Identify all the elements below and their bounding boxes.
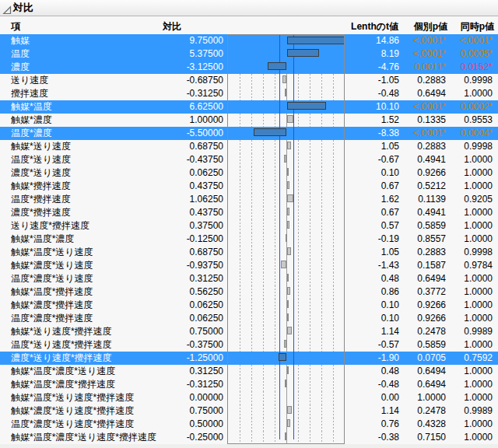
contrast-bar — [287, 37, 345, 44]
p-simultaneous-cell: 1.0000 — [446, 418, 493, 431]
gridline — [321, 378, 322, 391]
table-row[interactable]: 温度*送り速度-0.43750-0.670.49411.0000 — [0, 153, 498, 166]
table-row[interactable]: 送り速度-0.68750-1.050.28830.9998 — [0, 74, 498, 87]
zero-axis-line — [286, 391, 287, 404]
p-simultaneous-cell: 0.9205 — [446, 193, 493, 206]
disclosure-triangle-icon[interactable] — [2, 3, 12, 12]
p-simultaneous-cell: 1.0000 — [446, 285, 493, 299]
table-row[interactable]: 触媒*送り速度0.687501.050.28830.9998 — [0, 140, 498, 153]
table-row[interactable]: 濃度*攪拌速度0.437500.670.49411.0000 — [0, 206, 498, 219]
table-row[interactable]: 触媒*送り速度*攪拌速度0.750001.140.24780.9989 — [0, 325, 498, 338]
p-simultaneous-cell: 0.7592 — [446, 352, 493, 365]
lenth-reference-line — [293, 325, 294, 338]
p-individual-cell: 0.0011* — [399, 61, 446, 74]
gridline — [275, 180, 275, 193]
table-row[interactable]: 触媒*濃度*送り速度-0.93750-1.430.15870.9784 — [0, 259, 498, 272]
zero-axis-line — [286, 87, 287, 100]
table-row[interactable]: 温度*送り速度*攪拌速度-0.37500-0.570.58591.0000 — [0, 338, 498, 352]
table-row[interactable]: 濃度*送り速度0.062500.100.92661.0000 — [0, 166, 498, 180]
gridline — [333, 285, 334, 299]
gridline — [310, 404, 310, 418]
table-row[interactable]: 触媒*温度*濃度-0.12500-0.190.85571.0000 — [0, 233, 498, 246]
gridline — [240, 299, 240, 312]
lenth-reference-line — [293, 259, 294, 272]
table-row[interactable]: 温度*濃度*送り速度*攪拌速度0.500000.760.43281.0000 — [0, 418, 498, 431]
table-row[interactable]: 触媒*濃度*送り速度*攪拌速度0.750001.140.24780.9989 — [0, 404, 498, 418]
p-individual-cell: 0.6494 — [399, 365, 446, 378]
contrast-table: 触媒9.7500014.86<.0001*<.0001*温度5.375008.1… — [0, 34, 498, 444]
p-simultaneous-cell: 0.9998 — [446, 246, 493, 259]
table-row[interactable]: 触媒*温度*濃度*送り速度0.312500.480.64941.0000 — [0, 365, 498, 378]
contrast-bar — [286, 234, 287, 242]
term-cell: 触媒*送り速度*攪拌速度 — [0, 325, 179, 338]
lenth-reference-line — [293, 378, 294, 391]
table-row[interactable]: 送り速度*攪拌速度0.375000.570.58591.0000 — [0, 219, 498, 233]
table-row[interactable]: 触媒*濃度1.000001.520.13350.9553 — [0, 114, 498, 127]
table-row[interactable]: 濃度*送り速度*攪拌速度-1.25000-1.900.07050.7592 — [0, 352, 498, 365]
table-row[interactable]: 触媒*温度*濃度*送り速度*攪拌速度-0.25000-0.380.71501.0… — [0, 431, 498, 444]
table-row[interactable]: 触媒*温度*送り速度*攪拌速度0.000000.001.00001.0000 — [0, 391, 498, 404]
gridline — [251, 325, 252, 338]
contrast-bar — [287, 194, 293, 202]
gridline — [275, 74, 275, 87]
gridline — [240, 431, 240, 443]
lenth-t-cell: 0.67 — [345, 206, 399, 219]
gridline — [310, 325, 310, 338]
gridline — [275, 312, 275, 325]
term-cell: 触媒*攪拌速度 — [0, 180, 179, 193]
table-row[interactable]: 温度*濃度-5.50000-8.38<.0001*0.0004* — [0, 127, 498, 140]
contrast-value-cell: -3.12500 — [179, 61, 223, 74]
gridline — [321, 153, 322, 166]
gridline — [263, 378, 264, 391]
contrast-plot-cell — [227, 34, 345, 47]
lenth-reference-line — [279, 206, 280, 219]
row-right-pad — [493, 193, 498, 206]
contrast-plot-cell — [227, 140, 345, 153]
lenth-t-cell: -0.57 — [345, 338, 399, 352]
lenth-reference-line — [293, 299, 294, 312]
table-row[interactable]: 触媒*温度*送り速度0.687501.050.28830.9998 — [0, 246, 498, 259]
gridline — [333, 219, 334, 233]
row-right-pad — [493, 365, 498, 378]
lenth-reference-line — [279, 233, 280, 246]
lenth-reference-line — [293, 74, 294, 87]
gridline — [333, 325, 334, 338]
contrast-value-cell: 0.31250 — [179, 365, 223, 378]
gridline — [275, 299, 275, 312]
lenth-reference-line — [293, 312, 294, 325]
lenth-t-cell: 1.05 — [345, 140, 399, 153]
contrast-plot-cell — [227, 365, 345, 378]
contrast-plot-cell — [227, 233, 345, 246]
lenth-reference-line — [279, 285, 280, 299]
table-row[interactable]: 温度*攪拌速度1.062501.620.11390.9205 — [0, 193, 498, 206]
row-right-pad — [493, 100, 498, 114]
gridline — [321, 338, 322, 352]
gridline — [275, 378, 275, 391]
lenth-t-cell: 0.10 — [345, 299, 399, 312]
table-row[interactable]: 触媒*温度*濃度*攪拌速度-0.31250-0.480.64941.0000 — [0, 378, 498, 391]
gridline — [298, 74, 299, 87]
gridline — [251, 74, 252, 87]
lenth-t-cell: 0.57 — [345, 219, 399, 233]
term-cell: 触媒 — [0, 34, 179, 47]
table-row[interactable]: 濃度-3.12500-4.760.0011*0.0152* — [0, 61, 498, 74]
table-row[interactable]: 攪拌速度-0.31250-0.480.64941.0000 — [0, 87, 498, 100]
contrast-plot-cell — [227, 100, 345, 114]
term-cell: 触媒*温度*濃度*攪拌速度 — [0, 378, 179, 391]
contrast-value-cell: -0.37500 — [179, 338, 223, 352]
p-simultaneous-cell: 0.9553 — [446, 114, 493, 127]
gridline — [251, 166, 252, 180]
table-row[interactable]: 温度*濃度*攪拌速度0.062500.100.92661.0000 — [0, 312, 498, 325]
gridline — [310, 114, 310, 127]
table-row[interactable]: 触媒*温度6.6250010.10<.0001*0.0002* — [0, 100, 498, 114]
p-individual-cell: 0.9266 — [399, 312, 446, 325]
gridline — [298, 312, 299, 325]
table-row[interactable]: 温度*濃度*送り速度0.312500.480.64941.0000 — [0, 272, 498, 285]
table-row[interactable]: 触媒*濃度*攪拌速度0.062500.100.92661.0000 — [0, 299, 498, 312]
table-row[interactable]: 触媒*攪拌速度0.437500.670.52121.0000 — [0, 180, 498, 193]
table-row[interactable]: 温度5.375008.19<.0001*0.0005* — [0, 47, 498, 61]
p-individual-cell: 0.4328 — [399, 418, 446, 431]
gridline — [251, 246, 252, 259]
table-row[interactable]: 触媒*温度*攪拌速度0.562500.860.37721.0000 — [0, 285, 498, 299]
table-row[interactable]: 触媒9.7500014.86<.0001*<.0001* — [0, 34, 498, 47]
